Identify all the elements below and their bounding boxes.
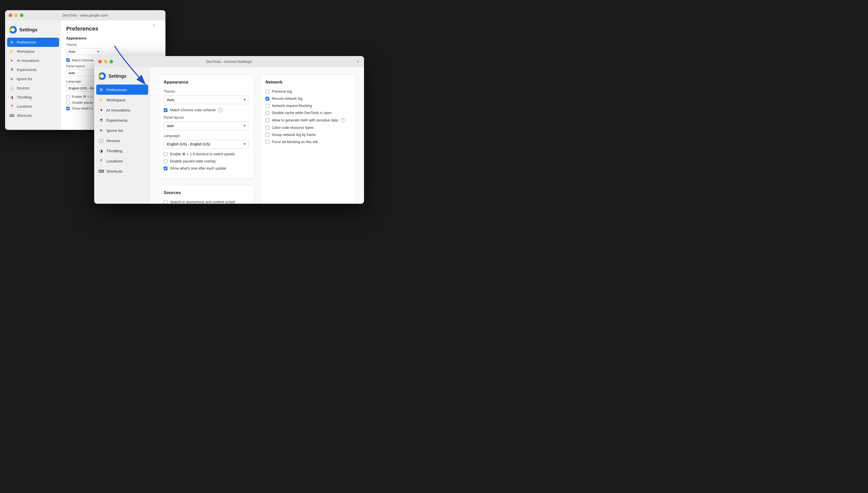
close-button-large[interactable]: × bbox=[357, 59, 359, 64]
throttle-icon-small bbox=[9, 95, 14, 100]
appearance-title: Appearance bbox=[164, 80, 249, 85]
small-sidebar-label-ignore-list: Ignore list bbox=[17, 77, 32, 81]
pin-icon-large bbox=[98, 158, 104, 164]
theme-label: Theme: bbox=[164, 89, 249, 93]
devtools-logo-inner-large bbox=[100, 74, 104, 78]
small-theme-select[interactable]: Auto bbox=[66, 48, 102, 55]
fullscreen-traffic-light-large[interactable] bbox=[109, 60, 113, 63]
panel-layout-select[interactable]: auto horizontal vertical bbox=[164, 122, 249, 130]
minimize-traffic-light-large[interactable] bbox=[104, 60, 107, 63]
large-sidebar-label-workspace: Workspace bbox=[106, 98, 126, 102]
theme-select[interactable]: Auto Light Dark bbox=[164, 95, 249, 104]
preserve-log-checkbox[interactable] bbox=[266, 90, 269, 93]
small-enable-shortcut-checkbox[interactable] bbox=[66, 95, 70, 99]
flask-icon-large bbox=[98, 117, 104, 123]
match-chrome-row: Match Chrome color scheme ? bbox=[164, 108, 249, 112]
match-chrome-checkbox[interactable] bbox=[164, 108, 168, 112]
search-anonymous-checkbox[interactable] bbox=[164, 200, 168, 204]
enable-shortcut-checkbox[interactable] bbox=[164, 152, 168, 156]
force-ad-blocking-checkbox[interactable] bbox=[266, 140, 269, 144]
show-whats-new-row: Show what's new after each update bbox=[164, 166, 249, 170]
small-disable-paused-label: Disable pause bbox=[72, 101, 93, 104]
small-show-whats-new-checkbox[interactable] bbox=[66, 107, 70, 110]
small-sidebar-label-shortcuts: Shortcuts bbox=[17, 113, 32, 117]
disable-cache-row: Disable cache while DevTools is open bbox=[266, 111, 351, 115]
show-whats-new-checkbox[interactable] bbox=[164, 167, 168, 170]
large-sidebar-item-ai-innovations[interactable]: AI innovations bbox=[94, 105, 150, 115]
small-match-chrome-checkbox[interactable] bbox=[66, 58, 70, 62]
small-window-title: DevTools - www.google.com/ bbox=[62, 13, 108, 17]
traffic-lights-large bbox=[98, 60, 113, 63]
list-icon-large bbox=[98, 128, 104, 133]
folder-icon-small bbox=[9, 49, 14, 54]
large-sidebar-item-workspace[interactable]: Workspace bbox=[94, 95, 150, 105]
close-traffic-light[interactable] bbox=[9, 14, 12, 17]
preserve-log-row: Preserve log bbox=[266, 89, 351, 93]
small-sidebar-item-ai-innovations[interactable]: AI innovations bbox=[5, 56, 61, 65]
minimize-traffic-light[interactable] bbox=[14, 14, 18, 17]
disable-cache-checkbox[interactable] bbox=[266, 111, 269, 115]
large-sidebar-label-experiments: Experiments bbox=[106, 118, 128, 123]
large-sidebar-item-ignore-list[interactable]: Ignore list bbox=[94, 125, 150, 135]
large-window-title: DevTools - chrome://settings/ bbox=[206, 60, 252, 64]
enable-shortcut-label: Enable ⌘ + 1-9 shortcut to switch panels bbox=[170, 152, 235, 156]
disable-paused-label: Disable paused state overlay bbox=[170, 159, 216, 163]
group-network-checkbox[interactable] bbox=[266, 133, 269, 137]
language-select[interactable]: English (US) - English (US) bbox=[164, 140, 249, 148]
small-sidebar-item-locations[interactable]: Locations bbox=[5, 102, 61, 111]
show-whats-new-label: Show what's new after each update bbox=[170, 166, 226, 170]
device-icon-small bbox=[9, 86, 14, 91]
large-sidebar-item-shortcuts[interactable]: Shortcuts bbox=[94, 166, 150, 176]
network-request-blocking-checkbox[interactable] bbox=[266, 104, 269, 108]
close-traffic-light-large[interactable] bbox=[98, 60, 102, 63]
list-icon-small bbox=[9, 77, 14, 82]
small-sidebar-item-devices[interactable]: Devices bbox=[5, 84, 61, 93]
pin-icon-small bbox=[9, 104, 14, 109]
small-sidebar-label-preferences: Preferences bbox=[17, 40, 36, 44]
force-ad-blocking-label: Force ad blocking on this site bbox=[272, 140, 318, 144]
large-sidebar-item-preferences[interactable]: Preferences bbox=[96, 85, 148, 95]
large-window-body: Settings Preferences Workspace AI innova… bbox=[94, 67, 364, 204]
record-network-log-row: Record network log bbox=[266, 97, 351, 101]
disable-cache-label: Disable cache while DevTools is open bbox=[272, 111, 331, 115]
large-main-content: Appearance Theme: Auto Light Dark Match … bbox=[150, 67, 364, 204]
large-sidebar-label-locations: Locations bbox=[106, 159, 123, 163]
devtools-logo-inner bbox=[11, 28, 15, 31]
large-sidebar-item-throttling[interactable]: Throttling bbox=[94, 146, 150, 156]
large-sidebar-item-devices[interactable]: Devices bbox=[94, 135, 150, 146]
disable-paused-checkbox[interactable] bbox=[164, 159, 168, 163]
generate-har-label: Allow to generate HAR with sensitive dat… bbox=[272, 118, 338, 122]
small-content-title: Preferences bbox=[66, 25, 160, 32]
small-theme-label: Theme: bbox=[66, 43, 160, 47]
small-sidebar-label-devices: Devices bbox=[17, 86, 29, 90]
match-chrome-label: Match Chrome color scheme bbox=[170, 108, 216, 112]
sources-title: Sources bbox=[164, 190, 249, 195]
large-sidebar-item-experiments[interactable]: Experiments bbox=[94, 115, 150, 125]
sources-section: Sources Search in anonymous and content … bbox=[158, 185, 254, 204]
small-sidebar-item-throttling[interactable]: Throttling bbox=[5, 93, 61, 102]
group-network-label: Group network log by frame bbox=[272, 133, 316, 137]
flask-icon-small bbox=[9, 67, 14, 72]
panel-layout-label: Panel layout: bbox=[164, 115, 249, 120]
group-network-row: Group network log by frame bbox=[266, 133, 351, 137]
generate-har-help[interactable]: ? bbox=[340, 118, 345, 123]
small-sidebar-label-ai: AI innovations bbox=[17, 59, 39, 63]
small-sidebar-item-workspace[interactable]: Workspace bbox=[5, 47, 61, 56]
small-disable-paused-checkbox[interactable] bbox=[66, 101, 70, 104]
small-sidebar-header: Settings bbox=[5, 24, 61, 38]
close-button-small[interactable]: × bbox=[151, 23, 156, 28]
small-sidebar-item-experiments[interactable]: Experiments bbox=[5, 65, 61, 74]
generate-har-checkbox[interactable] bbox=[266, 119, 269, 122]
small-sidebar-item-preferences[interactable]: Preferences bbox=[7, 38, 59, 47]
keyboard-icon-large bbox=[98, 168, 104, 174]
small-titlebar: DevTools - www.google.com/ bbox=[5, 10, 165, 20]
fullscreen-traffic-light[interactable] bbox=[20, 14, 23, 17]
large-sidebar-label-shortcuts: Shortcuts bbox=[106, 169, 123, 173]
small-sidebar-item-ignore-list[interactable]: Ignore list bbox=[5, 74, 61, 84]
small-sidebar-item-shortcuts[interactable]: Shortcuts bbox=[5, 111, 61, 120]
large-sidebar-item-locations[interactable]: Locations bbox=[94, 156, 150, 166]
record-network-log-checkbox[interactable] bbox=[266, 97, 269, 101]
match-chrome-help[interactable]: ? bbox=[218, 108, 223, 112]
large-devtools-window: DevTools - chrome://settings/ × Settings… bbox=[94, 56, 364, 204]
color-code-checkbox[interactable] bbox=[266, 126, 269, 130]
